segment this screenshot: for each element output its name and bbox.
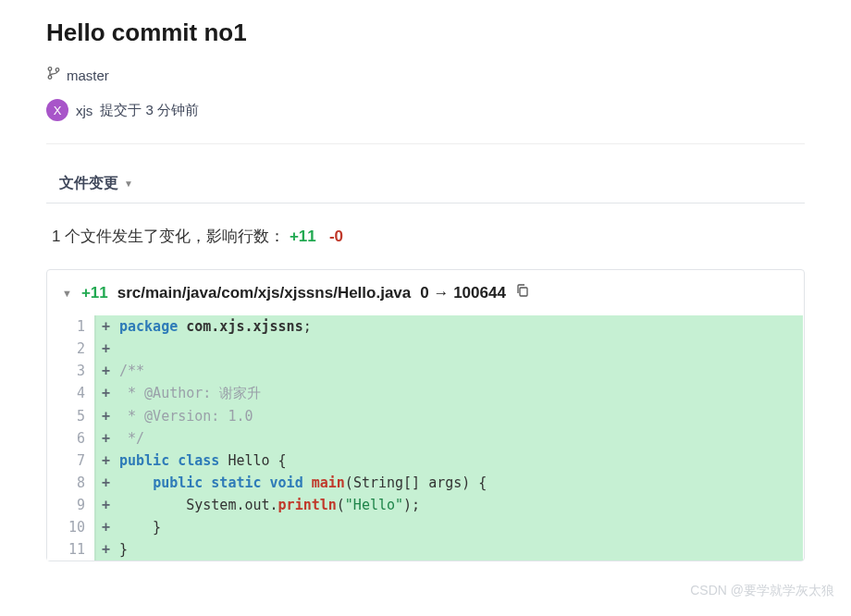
diff-marker: + [95, 450, 116, 472]
diff-marker: + [95, 405, 116, 427]
svg-rect-3 [520, 288, 527, 296]
commit-time: 提交于 3 分钟前 [100, 102, 199, 119]
tab-file-changes[interactable]: 文件变更 ▼ [46, 165, 146, 203]
code-line: 9+ System.out.println("Hello"); [47, 494, 803, 516]
svg-point-1 [48, 76, 52, 80]
code-line: 7+public class Hello { [47, 450, 803, 472]
line-number: 7 [47, 450, 95, 472]
file-diff-block: ▼ +11 src/main/java/com/xjs/xjssns/Hello… [46, 269, 805, 561]
branch-row[interactable]: master [46, 66, 805, 84]
chevron-down-icon: ▼ [62, 288, 72, 299]
diff-marker: + [95, 382, 116, 405]
line-number: 2 [47, 338, 95, 360]
code-content: public static void main(String[] args) { [116, 472, 803, 494]
code-line: 2+ [47, 338, 803, 360]
summary-deletions: -0 [329, 228, 343, 245]
code-line: 5+ * @Version: 1.0 [47, 405, 803, 427]
file-header[interactable]: ▼ +11 src/main/java/com/xjs/xjssns/Hello… [47, 270, 804, 315]
code-content: */ [116, 427, 803, 450]
diff-marker: + [95, 516, 116, 538]
line-number: 9 [47, 494, 95, 516]
line-number: 5 [47, 405, 95, 427]
chevron-down-icon: ▼ [124, 179, 133, 189]
line-number: 4 [47, 382, 95, 405]
tab-label: 文件变更 [59, 174, 118, 193]
code-line: 4+ * @Author: 谢家升 [47, 382, 803, 405]
branch-icon [46, 66, 61, 84]
svg-point-2 [56, 68, 59, 72]
diff-marker: + [95, 427, 116, 450]
line-number: 3 [47, 360, 95, 382]
code-diff-table: 1+package com.xjs.xjssns;2+3+/**4+ * @Au… [47, 315, 804, 561]
line-number: 6 [47, 427, 95, 450]
diff-marker: + [95, 538, 116, 561]
divider [46, 143, 805, 144]
code-line: 8+ public static void main(String[] args… [47, 472, 803, 494]
code-line: 1+package com.xjs.xjssns; [47, 315, 803, 338]
code-line: 3+/** [47, 360, 803, 382]
svg-point-0 [48, 68, 52, 71]
diff-marker: + [95, 338, 116, 360]
diff-summary: 1 个文件发生了变化，影响行数： +11 -0 [46, 226, 805, 247]
avatar[interactable]: X [46, 99, 68, 121]
code-content: /** [116, 360, 803, 382]
code-content: public class Hello { [116, 450, 803, 472]
line-number: 11 [47, 538, 95, 561]
line-number: 8 [47, 472, 95, 494]
code-line: 6+ */ [47, 427, 803, 450]
file-additions-count: +11 [81, 284, 108, 302]
author-row: X xjs 提交于 3 分钟前 [46, 99, 805, 121]
branch-name: master [67, 68, 109, 83]
diff-marker: + [95, 315, 116, 338]
code-line: 11+} [47, 538, 803, 561]
commit-title: Hello commit no1 [46, 18, 805, 47]
tabs-bar: 文件变更 ▼ [46, 157, 805, 203]
line-number: 1 [47, 315, 95, 338]
line-number: 10 [47, 516, 95, 538]
code-content: } [116, 538, 803, 561]
code-line: 10+ } [47, 516, 803, 538]
code-content: } [116, 516, 803, 538]
diff-marker: + [95, 494, 116, 516]
summary-additions: +11 [290, 228, 316, 245]
summary-text: 1 个文件发生了变化，影响行数： [52, 228, 285, 245]
copy-icon[interactable] [515, 283, 530, 302]
file-mode: 0 → 100644 [420, 284, 506, 302]
code-content: * @Version: 1.0 [116, 405, 803, 427]
file-path: src/main/java/com/xjs/xjssns/Hello.java [117, 284, 412, 302]
code-content [116, 338, 803, 360]
author-name[interactable]: xjs [76, 103, 92, 118]
diff-marker: + [95, 472, 116, 494]
code-content: package com.xjs.xjssns; [116, 315, 803, 338]
code-content: * @Author: 谢家升 [116, 382, 803, 405]
diff-marker: + [95, 360, 116, 382]
code-content: System.out.println("Hello"); [116, 494, 803, 516]
